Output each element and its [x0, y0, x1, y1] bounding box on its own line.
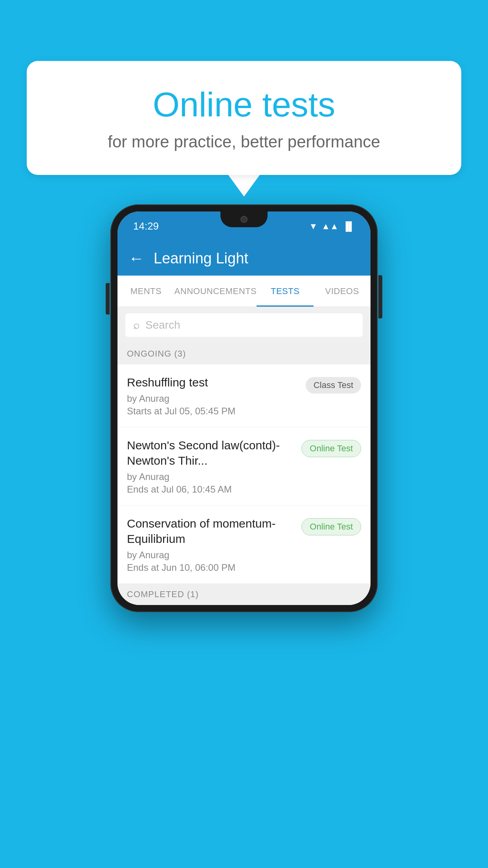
- status-bar: 14:29 ▼ ▲▲ ▐▌: [117, 211, 371, 241]
- phone-wrapper: 14:29 ▼ ▲▲ ▐▌ ← Learning Light MENTS: [110, 204, 378, 612]
- tab-videos[interactable]: VIDEOS: [314, 276, 371, 307]
- back-button[interactable]: ←: [128, 250, 144, 267]
- test-item-date: Ends at Jun 10, 06:00 PM: [127, 562, 295, 573]
- test-item-title: Conservation of momentum-Equilibrium: [127, 516, 295, 546]
- tab-announcements[interactable]: ANNOUNCEMENTS: [174, 276, 257, 307]
- test-item-date: Ends at Jul 06, 10:45 AM: [127, 484, 295, 495]
- wifi-icon: ▼: [309, 221, 317, 232]
- test-item-title: Newton's Second law(contd)-Newton's Thir…: [127, 438, 295, 468]
- camera-dot: [240, 216, 248, 223]
- speech-bubble: Online tests for more practice, better p…: [27, 61, 461, 175]
- speech-bubble-title: Online tests: [58, 85, 430, 125]
- class-test-badge: Class Test: [306, 377, 361, 394]
- speech-bubble-subtitle: for more practice, better performance: [58, 132, 430, 151]
- ongoing-label: ONGOING (3): [127, 349, 186, 359]
- notch-cutout: [220, 211, 268, 227]
- search-icon: ⌕: [133, 319, 140, 331]
- signal-icon: ▲▲: [321, 221, 339, 232]
- search-input[interactable]: Search: [145, 319, 180, 331]
- tabs-bar: MENTS ANNOUNCEMENTS TESTS VIDEOS: [117, 276, 371, 307]
- app-bar: ← Learning Light: [117, 241, 371, 276]
- speech-bubble-container: Online tests for more practice, better p…: [27, 61, 461, 197]
- app-title: Learning Light: [154, 250, 248, 267]
- status-icons: ▼ ▲▲ ▐▌: [309, 221, 355, 232]
- ongoing-section-header: ONGOING (3): [117, 343, 371, 364]
- phone-screen: 14:29 ▼ ▲▲ ▐▌ ← Learning Light MENTS: [117, 211, 371, 605]
- completed-label: COMPLETED (1): [127, 589, 199, 599]
- battery-icon: ▐▌: [343, 221, 355, 232]
- online-test-badge: Online Test: [301, 440, 361, 457]
- phone-outer: 14:29 ▼ ▲▲ ▐▌ ← Learning Light MENTS: [110, 204, 378, 612]
- search-bar[interactable]: ⌕ Search: [125, 313, 363, 337]
- test-item[interactable]: Reshuffling test by Anurag Starts at Jul…: [117, 364, 371, 427]
- test-item-content: Conservation of momentum-Equilibrium by …: [127, 516, 295, 573]
- test-item[interactable]: Conservation of momentum-Equilibrium by …: [117, 506, 371, 584]
- test-item-content: Newton's Second law(contd)-Newton's Thir…: [127, 438, 295, 495]
- search-bar-wrapper: ⌕ Search: [117, 307, 371, 343]
- speech-bubble-arrow: [228, 175, 260, 197]
- test-item[interactable]: Newton's Second law(contd)-Newton's Thir…: [117, 427, 371, 506]
- status-time: 14:29: [133, 220, 159, 232]
- tab-ments[interactable]: MENTS: [117, 276, 174, 307]
- test-item-content: Reshuffling test by Anurag Starts at Jul…: [127, 375, 299, 417]
- tab-tests[interactable]: TESTS: [257, 276, 314, 307]
- test-item-date: Starts at Jul 05, 05:45 PM: [127, 406, 299, 417]
- completed-section-header: COMPLETED (1): [117, 584, 371, 605]
- test-item-by: by Anurag: [127, 471, 295, 482]
- test-item-by: by Anurag: [127, 550, 295, 561]
- online-test-badge-2: Online Test: [301, 518, 361, 535]
- test-item-by: by Anurag: [127, 393, 299, 404]
- test-item-title: Reshuffling test: [127, 375, 299, 390]
